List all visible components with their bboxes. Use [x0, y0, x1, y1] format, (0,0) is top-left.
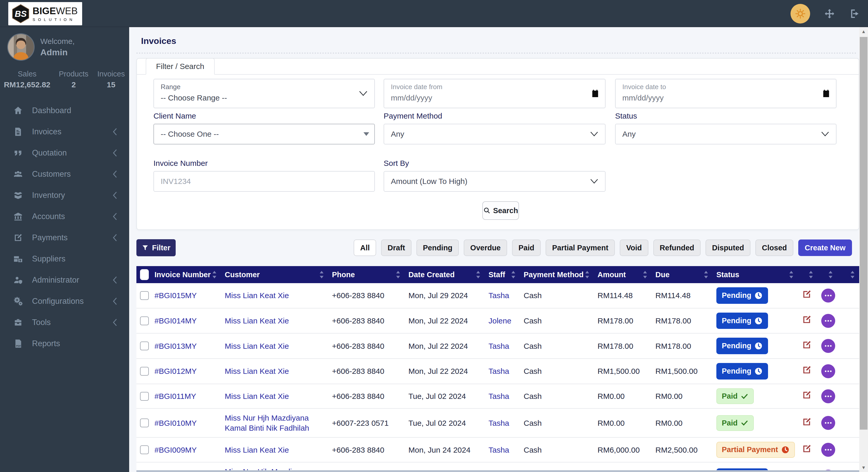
sidebar-item-payments[interactable]: Payments	[0, 227, 129, 248]
status-filter-chip[interactable]: Disputed	[706, 240, 750, 256]
sidebar-item-configurations[interactable]: Configurations	[0, 291, 129, 312]
column-header-actions[interactable]	[837, 266, 859, 283]
column-header-actions[interactable]	[798, 266, 817, 283]
staff-link[interactable]: Tasha	[489, 419, 509, 427]
staff-link[interactable]: Tasha	[489, 291, 509, 300]
column-header-invoice-number[interactable]: Invoice Number	[151, 266, 221, 283]
sidebar-item-invoices[interactable]: Invoices	[0, 121, 129, 143]
invoice-date-from-field[interactable]: Invoice date from mm/dd/yyyy	[383, 79, 606, 108]
column-header-staff[interactable]: Staff	[485, 266, 520, 283]
sort-by-select[interactable]: Amount (Low To High)	[383, 171, 606, 192]
column-header-payment-method[interactable]: Payment Method	[520, 266, 594, 283]
row-checkbox[interactable]	[140, 316, 149, 325]
status-filter-chip[interactable]: Partial Payment	[546, 240, 615, 256]
invoice-number-link[interactable]: #BGI015MY	[154, 291, 196, 300]
edit-icon[interactable]	[802, 444, 812, 454]
row-checkbox[interactable]	[140, 418, 149, 427]
scroll-down-arrow[interactable]: ▼	[859, 463, 868, 472]
status-filter-chip[interactable]: Paid	[512, 240, 541, 256]
search-button[interactable]: Search	[482, 201, 519, 220]
more-options-button[interactable]	[821, 364, 835, 378]
staff-link[interactable]: Jolene	[489, 316, 511, 325]
edit-icon[interactable]	[802, 417, 812, 427]
column-header-phone[interactable]: Phone	[328, 266, 405, 283]
invoice-number-link[interactable]: #BGI009MY	[154, 446, 196, 454]
calendar-icon[interactable]	[823, 89, 830, 98]
payment-method-select[interactable]: Any	[383, 124, 606, 145]
range-select[interactable]: Range -- Choose Range --	[153, 79, 375, 108]
sidebar-item-suppliers[interactable]: Suppliers	[0, 248, 129, 270]
more-options-button[interactable]	[821, 416, 835, 430]
column-header-due[interactable]: Due	[652, 266, 713, 283]
theme-toggle-button[interactable]	[790, 4, 810, 24]
scrollbar-thumb[interactable]	[860, 37, 867, 430]
invoice-number-link[interactable]: #BGI013MY	[154, 342, 196, 350]
invoice-date-to-field[interactable]: Invoice date to mm/dd/yyyy	[615, 79, 836, 108]
row-checkbox[interactable]	[140, 342, 149, 350]
row-checkbox[interactable]	[140, 392, 149, 401]
column-header-actions[interactable]	[817, 266, 837, 283]
vertical-scrollbar[interactable]: ▲ ▼	[859, 27, 868, 472]
status-filter-chip[interactable]: Refunded	[653, 240, 701, 256]
client-name-select[interactable]: -- Choose One --	[153, 124, 375, 145]
customer-link[interactable]: Miss Lian Keat Xie	[225, 392, 289, 401]
edit-icon[interactable]	[802, 289, 812, 300]
customer-link[interactable]: Miss Lian Keat Xie	[225, 367, 289, 375]
row-checkbox[interactable]	[140, 445, 149, 454]
more-options-button[interactable]	[821, 314, 835, 328]
sidebar-item-customers[interactable]: Customers	[0, 163, 129, 185]
column-header-customer[interactable]: Customer	[221, 266, 328, 283]
sidebar-item-accounts[interactable]: Accounts	[0, 206, 129, 227]
invoice-number-link[interactable]: #BGI014MY	[154, 316, 196, 325]
brand-logo[interactable]: BS BIGEWEB SOLUTION	[8, 2, 82, 25]
row-checkbox[interactable]	[140, 367, 149, 376]
sidebar-item-tools[interactable]: Tools	[0, 312, 129, 333]
more-options-button[interactable]	[821, 443, 835, 457]
scroll-up-arrow[interactable]: ▲	[859, 27, 868, 36]
filter-button[interactable]: Filter	[136, 239, 176, 256]
horizontal-scrollbar[interactable]	[136, 470, 859, 472]
status-filter-chip[interactable]: Closed	[755, 240, 793, 256]
invoice-number-link[interactable]: #BGI010MY	[154, 419, 196, 427]
customer-link[interactable]: Miss Lian Keat Xie	[225, 316, 289, 325]
select-all-checkbox[interactable]	[140, 269, 149, 280]
customer-link[interactable]: Miss Nur Hjh Mazdiyana Kamal Binti Nik F…	[225, 414, 309, 432]
more-options-button[interactable]	[821, 389, 835, 403]
logout-button[interactable]	[849, 8, 861, 20]
sidebar-item-quotation[interactable]: Quotation	[0, 143, 129, 163]
tab-filter-search[interactable]: Filter / Search	[146, 58, 215, 75]
calendar-icon[interactable]	[592, 89, 599, 98]
status-filter-chip[interactable]: Overdue	[464, 240, 507, 256]
column-header-date-created[interactable]: Date Created	[405, 266, 485, 283]
sidebar-item-dashboard[interactable]: Dashboard	[0, 100, 129, 121]
status-select[interactable]: Any	[615, 124, 836, 145]
column-header-status[interactable]: Status	[713, 266, 798, 283]
invoice-number-input[interactable]	[153, 171, 375, 192]
status-filter-chip[interactable]: Pending	[416, 240, 459, 256]
more-options-button[interactable]	[821, 289, 835, 303]
staff-link[interactable]: Tasha	[489, 446, 509, 454]
staff-link[interactable]: Tasha	[489, 392, 509, 401]
sidebar-item-inventory[interactable]: Inventory	[0, 185, 129, 206]
status-filter-chip[interactable]: All	[354, 240, 376, 256]
create-new-button[interactable]: Create New	[798, 240, 852, 256]
sidebar-item-administrator[interactable]: Administrator	[0, 270, 129, 291]
customer-link[interactable]: Miss Lian Keat Xie	[225, 342, 289, 350]
status-filter-chip[interactable]: Draft	[381, 240, 411, 256]
invoice-number-link[interactable]: #BGI011MY	[154, 392, 196, 401]
status-filter-chip[interactable]: Void	[620, 240, 648, 256]
edit-icon[interactable]	[802, 365, 812, 375]
more-options-button[interactable]	[821, 339, 835, 353]
row-checkbox[interactable]	[140, 291, 149, 300]
invoice-number-link[interactable]: #BGI012MY	[154, 367, 196, 375]
customer-link[interactable]: Miss Lian Keat Xie	[225, 291, 289, 300]
edit-icon[interactable]	[802, 390, 812, 400]
sidebar-item-reports[interactable]: PDF Reports	[0, 333, 129, 354]
customer-link[interactable]: Miss Lian Keat Xie	[225, 446, 289, 454]
column-header-amount[interactable]: Amount	[594, 266, 652, 283]
staff-link[interactable]: Tasha	[489, 342, 509, 350]
edit-icon[interactable]	[802, 340, 812, 350]
staff-link[interactable]: Tasha	[489, 367, 509, 375]
edit-icon[interactable]	[802, 314, 812, 325]
fullscreen-button[interactable]	[824, 8, 835, 20]
